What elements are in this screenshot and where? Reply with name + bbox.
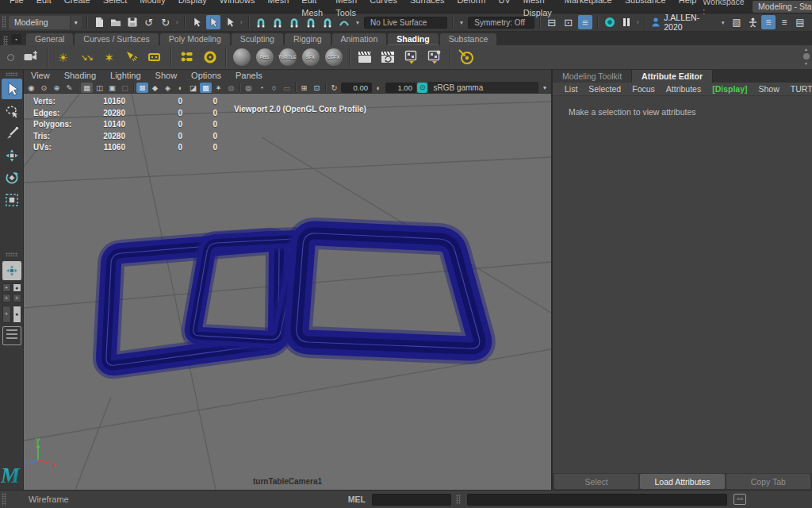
ae-menu-attributes[interactable]: Attributes xyxy=(661,84,707,94)
layouts-grip[interactable] xyxy=(6,252,18,256)
group-expand-icon[interactable]: › xyxy=(239,18,243,26)
render-record-button[interactable] xyxy=(603,15,617,29)
input-operations-button[interactable]: ⊟ xyxy=(545,15,559,29)
modeling-toolkit-toggle[interactable]: ▧ xyxy=(730,15,744,29)
ae-menu-list[interactable]: List xyxy=(559,84,583,94)
render-current-frame-button[interactable] xyxy=(456,47,476,67)
save-scene-button[interactable] xyxy=(125,15,140,29)
tool-settings-toggle[interactable]: ≡ xyxy=(777,15,791,29)
new-scene-button[interactable] xyxy=(92,15,106,29)
hypershade-button[interactable] xyxy=(177,47,197,67)
shelf-tab-rigging[interactable]: Rigging xyxy=(285,33,331,45)
gamma-field[interactable]: 1.00 xyxy=(385,83,416,93)
colorspace-dropdown[interactable]: sRGB gamma ▼ xyxy=(428,82,551,93)
single-pane-layout-button[interactable] xyxy=(2,261,21,280)
channel-box-toggle[interactable]: ▤ xyxy=(793,15,807,29)
group-expand-icon[interactable]: › xyxy=(636,18,640,26)
shelf-tab-shading[interactable]: Shading xyxy=(388,33,438,45)
menuset-dropdown[interactable]: Modeling ▼ xyxy=(9,16,82,29)
workspace-dropdown[interactable]: Modeling - Standard* ▼ xyxy=(753,1,812,13)
output-operations-button[interactable]: ⊡ xyxy=(561,15,576,29)
shelf-tab-general[interactable]: General xyxy=(26,33,73,45)
construction-history-button[interactable]: ≡ xyxy=(578,15,592,29)
group-expand-icon[interactable]: › xyxy=(175,18,179,26)
film-gate-icon[interactable]: ◫ xyxy=(94,83,105,93)
material-ball-pbs[interactable]: PBS xyxy=(255,47,274,67)
pane-layout-b-icon[interactable]: ⊡ xyxy=(311,83,323,93)
scroll-thumb[interactable] xyxy=(803,53,810,60)
shelf-tab-poly-modeling[interactable]: Poly Modeling xyxy=(160,33,230,45)
shelf-grip[interactable] xyxy=(3,36,8,45)
snap-view-plane-button[interactable] xyxy=(320,15,335,29)
open-scene-button[interactable] xyxy=(109,15,123,29)
select-button[interactable]: Select xyxy=(554,474,638,489)
ae-menu-focus[interactable]: Focus xyxy=(626,84,661,94)
panel-menu-item[interactable]: View xyxy=(24,70,57,82)
panel-menu-item[interactable]: Lighting xyxy=(103,70,148,82)
select-component-button[interactable] xyxy=(223,15,237,29)
image-plane-icon[interactable]: ▭ xyxy=(281,83,293,93)
copy-tab-button[interactable]: Copy Tab xyxy=(726,474,810,489)
panel-menu-item[interactable]: Shading xyxy=(57,70,103,82)
render-view-button[interactable] xyxy=(200,47,220,67)
pane-layout-a-icon[interactable]: ⊞ xyxy=(298,83,310,93)
material-ball-cgfx[interactable]: CGFX xyxy=(324,47,343,67)
xray-icon[interactable]: ◔ xyxy=(255,83,267,93)
ae-menu-selected[interactable]: Selected xyxy=(583,84,626,94)
lasso-tool[interactable] xyxy=(2,101,22,121)
panel-menu-item[interactable]: Options xyxy=(184,70,228,82)
tab-modeling-toolkit[interactable]: Modeling Toolkit xyxy=(553,70,632,83)
area-light-button[interactable] xyxy=(145,47,165,67)
scroll-up-icon[interactable]: ▲ xyxy=(804,47,808,52)
create-camera-button[interactable] xyxy=(21,47,41,67)
grid-toggle-icon[interactable]: ▦ xyxy=(81,83,93,93)
select-hierarchy-button[interactable] xyxy=(190,15,204,29)
symmetry-field[interactable]: Symmetry: Off xyxy=(468,17,534,29)
isolate-select-icon[interactable]: ◎ xyxy=(243,83,255,93)
scroll-down-icon[interactable]: ▼ xyxy=(804,61,808,66)
shelf-tab-sculpting[interactable]: Sculpting xyxy=(232,33,283,45)
ae-menu-show[interactable]: Show xyxy=(753,84,785,94)
point-light-button[interactable]: ✶ xyxy=(99,47,119,67)
toolbox-grip[interactable] xyxy=(6,72,18,76)
mel-label[interactable]: MEL xyxy=(348,495,366,504)
redo-button[interactable]: ↻ xyxy=(159,15,173,29)
command-feedback-field[interactable] xyxy=(467,494,727,506)
select-camera-icon[interactable]: ◉ xyxy=(25,83,37,93)
render-clapboard-button[interactable] xyxy=(355,47,375,67)
shelf-tab-curves-surfaces[interactable]: Curves / Surfaces xyxy=(75,33,158,45)
standard-surface-material-button[interactable] xyxy=(232,47,251,67)
snap-projected-center-button[interactable] xyxy=(304,15,318,29)
pause-button[interactable] xyxy=(619,15,634,29)
wireframe-on-shaded-icon[interactable]: ○ xyxy=(268,83,280,93)
anti-alias-icon[interactable]: ◍ xyxy=(225,83,237,93)
panel-menu-item[interactable]: Show xyxy=(148,70,185,82)
snap-grid-button[interactable] xyxy=(254,15,268,29)
wireframe-mode-icon[interactable]: ⊠ xyxy=(136,83,148,93)
motion-blur-icon[interactable]: ✶ xyxy=(213,83,224,93)
use-all-lights-icon[interactable]: ◐ xyxy=(174,83,186,93)
live-surface-field[interactable]: No Live Surface xyxy=(364,17,447,29)
smooth-shade-icon[interactable]: ◆ xyxy=(149,83,161,93)
mel-command-input[interactable] xyxy=(372,494,451,506)
ae-menu-display[interactable]: [Display] xyxy=(707,84,753,94)
rotate-tool[interactable] xyxy=(2,167,22,188)
shadows-icon[interactable]: ◪ xyxy=(187,83,199,93)
gamma-icon[interactable]: ◐ xyxy=(373,83,385,93)
attribute-editor-toggle[interactable]: ≡ xyxy=(761,15,776,29)
two-pane-layout-button[interactable]: +● xyxy=(2,306,21,323)
move-tool[interactable] xyxy=(2,145,22,166)
gate-mask-icon[interactable]: ▢ xyxy=(119,83,131,93)
camera-attributes-icon[interactable]: ⊕ xyxy=(51,83,63,93)
material-ball-turtle[interactable]: TURTLE xyxy=(278,47,297,67)
shelf-scrollbar[interactable]: ▲ ▼ xyxy=(802,47,810,68)
export-textures-button[interactable] xyxy=(401,47,421,67)
four-pane-layout-button[interactable]: +●++ xyxy=(2,283,21,302)
humanik-toggle[interactable] xyxy=(745,15,760,29)
undo-button[interactable]: ↺ xyxy=(142,15,156,29)
select-tool[interactable] xyxy=(2,79,22,99)
paint-select-tool[interactable] xyxy=(2,123,22,144)
make-live-button[interactable] xyxy=(337,15,351,29)
snap-curve-button[interactable] xyxy=(270,15,285,29)
shelf-tab-animation[interactable]: Animation xyxy=(332,33,387,45)
